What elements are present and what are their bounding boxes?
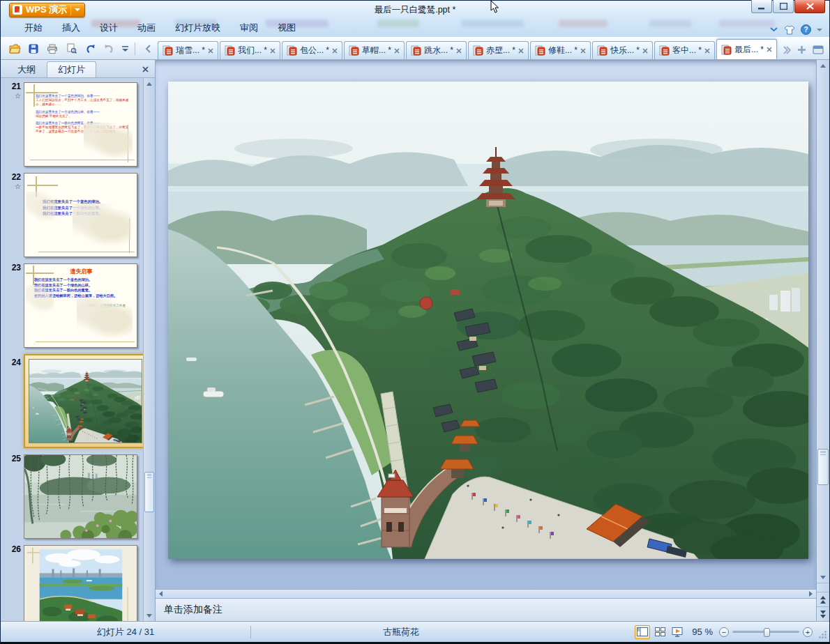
tab-close-icon[interactable] <box>394 48 400 54</box>
file-tab-label: 我们... * <box>238 45 267 56</box>
menu-design[interactable]: 设计 <box>90 20 128 36</box>
selected-slide-frame <box>24 354 147 448</box>
tab-close-icon[interactable] <box>456 48 462 54</box>
slide-thumbnail-21[interactable]: 我们在这里失去了一个蓝色的湖泊。你看—— 工人们把湖边填水，不到半个月工夫，山清… <box>24 82 137 167</box>
file-tab-kuaile[interactable]: 快乐... * <box>592 41 653 59</box>
animation-star-icon[interactable]: ☆ <box>6 182 21 191</box>
file-tab-baogong[interactable]: 包公... * <box>282 41 342 59</box>
file-tab-xiuxie[interactable]: 修鞋... * <box>530 41 591 59</box>
vscroll-thumb[interactable] <box>817 449 829 485</box>
tab-close-icon[interactable] <box>767 47 772 52</box>
mouse-cursor <box>490 1 500 15</box>
tab-scroll-left-icon[interactable] <box>140 41 156 56</box>
horizontal-scrollbar[interactable] <box>156 589 816 598</box>
print-preview-button[interactable] <box>63 41 79 56</box>
redo-button[interactable] <box>101 41 116 56</box>
file-tab-zuihou-active[interactable]: 最后... * <box>716 39 777 59</box>
tab-slides[interactable]: 幻灯片 <box>47 61 96 77</box>
menu-insert[interactable]: 插入 <box>52 20 90 36</box>
help-dropdown-icon[interactable] <box>817 29 822 31</box>
normal-view-button[interactable] <box>635 625 650 639</box>
slide-thumbnail-24-selected[interactable] <box>29 359 142 443</box>
slide-number-23: 23 <box>6 263 24 348</box>
tab-outline[interactable]: 大纲 <box>6 61 47 77</box>
app-name: WPS 演示 <box>26 3 67 16</box>
menu-home[interactable]: 开始 <box>15 20 52 36</box>
new-tab-icon[interactable] <box>797 45 806 54</box>
hscroll-left-icon[interactable] <box>156 590 166 598</box>
workspace: 大纲 幻灯片 21 ☆ <box>1 60 829 621</box>
skin-icon[interactable] <box>784 25 795 35</box>
titlebar-right-icons: ? <box>769 24 822 35</box>
menu-view[interactable]: 视图 <box>268 20 305 36</box>
zoom-in-button[interactable]: + <box>803 627 813 637</box>
slide-thumbnail-26[interactable] <box>24 545 137 621</box>
collapse-ribbon-icon[interactable] <box>769 26 778 33</box>
panel-close-icon[interactable] <box>142 66 149 72</box>
help-icon[interactable]: ? <box>801 24 811 35</box>
open-button[interactable] <box>7 41 22 56</box>
vscroll-up-icon[interactable] <box>817 60 829 71</box>
resize-grip[interactable] <box>818 630 827 639</box>
vscroll-track[interactable] <box>817 71 829 572</box>
menu-review[interactable]: 审阅 <box>230 20 268 36</box>
scrollbar-corner <box>817 583 829 592</box>
slide-item-24: 24 <box>6 354 155 448</box>
slide-thumbnail-22[interactable]: 我们在这里失去了一个蓝色的湖泊。 我们在这里失去了一个绿色的山林。 我们在这里失… <box>24 173 137 257</box>
next-slide-button[interactable] <box>817 606 829 621</box>
zoom-level: 95 % <box>692 627 713 637</box>
wps-logo-icon <box>13 5 22 15</box>
file-tab-caomao[interactable]: 草帽... * <box>344 41 405 59</box>
menu-animation[interactable]: 动画 <box>128 20 165 36</box>
slide-sorter-view-button[interactable] <box>652 625 667 639</box>
slide-number-22: 22 ☆ <box>6 173 24 257</box>
tab-scroll-right-icon[interactable] <box>783 46 791 54</box>
chevron-down-icon[interactable] <box>75 8 80 11</box>
menu-slideshow[interactable]: 幻灯片放映 <box>165 20 230 36</box>
panel-scroll-down-icon[interactable] <box>144 610 155 621</box>
undo-button[interactable] <box>82 41 98 56</box>
tab-close-icon[interactable] <box>270 48 276 54</box>
file-tab-label: 赤壁... * <box>486 45 515 56</box>
slideshow-view-button[interactable] <box>670 625 685 639</box>
zoom-slider-thumb[interactable] <box>764 628 770 637</box>
file-tab-chibi[interactable]: 赤壁... * <box>468 41 529 59</box>
tab-close-icon[interactable] <box>642 48 648 54</box>
app-menu-button[interactable]: WPS 演示 <box>9 3 85 17</box>
tab-close-icon[interactable] <box>704 48 710 54</box>
tab-close-icon[interactable] <box>580 48 586 54</box>
vscroll-down-icon[interactable] <box>817 572 829 583</box>
notes-pane[interactable]: 单击添加备注 <box>156 598 816 621</box>
slide-thumbnail-25[interactable] <box>24 454 137 539</box>
title-bar: WPS 演示 最后一只白鹭鸶.ppt * <box>1 1 829 19</box>
slide-thumbnail-23[interactable]: 遗失启事 我们在这里失去了一个蓝色的湖泊。 我们在这里失去了一个绿色的山林。 我… <box>24 263 137 348</box>
ppt-file-icon <box>411 45 421 56</box>
slide-number-25: 25 <box>6 454 24 539</box>
panel-scrollbar[interactable] <box>143 78 155 621</box>
window-arrange-icon[interactable] <box>813 45 824 54</box>
slide-panel: 大纲 幻灯片 21 ☆ <box>1 60 156 621</box>
file-tab-label: 快乐... * <box>610 45 640 56</box>
toolbar-more-icon[interactable] <box>120 41 130 56</box>
slide-photo[interactable] <box>168 82 808 559</box>
panel-scroll-thumb[interactable] <box>144 472 154 512</box>
tab-close-icon[interactable] <box>332 48 338 54</box>
slide-21-text: 我们在这里失去了一个蓝色的湖泊。你看—— 工人们把湖边填水，不到半个月工夫，山清… <box>24 83 137 135</box>
tab-close-icon[interactable] <box>518 48 524 54</box>
close-button[interactable] <box>794 0 825 13</box>
file-tab-tiaoshui[interactable]: 跳水... * <box>406 41 467 59</box>
print-button[interactable] <box>45 41 60 56</box>
panel-scroll-up-icon[interactable] <box>144 78 155 89</box>
file-tab-kezhong[interactable]: 客中... * <box>654 41 715 59</box>
zoom-out-button[interactable]: − <box>719 627 729 637</box>
zoom-slider-track[interactable] <box>732 631 799 633</box>
previous-slide-button[interactable] <box>817 592 829 606</box>
hscroll-right-icon[interactable] <box>806 590 816 598</box>
file-tab-women[interactable]: 我们... * <box>220 41 280 59</box>
maximize-button[interactable] <box>773 0 794 13</box>
animation-star-icon[interactable]: ☆ <box>6 91 21 100</box>
tab-close-icon[interactable] <box>208 48 213 54</box>
file-tab-ruixue[interactable]: 瑞雪... * <box>158 41 218 59</box>
save-button[interactable] <box>26 41 41 56</box>
minimize-button[interactable] <box>751 0 772 13</box>
